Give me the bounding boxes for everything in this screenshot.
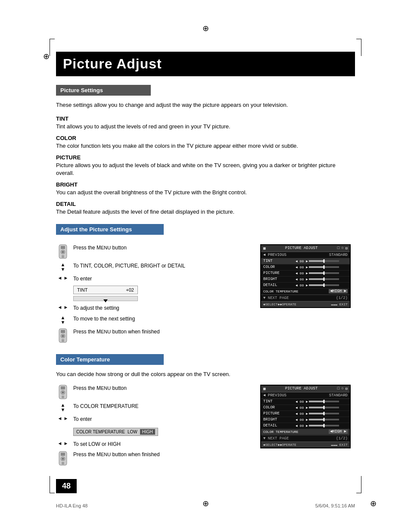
picture-settings-intro: These settings allow you to change and a…	[56, 101, 355, 109]
color-temp-step4-text: To set LOW or HIGH	[73, 441, 252, 448]
menu-button-icon3	[56, 385, 70, 399]
adjust-instructions-left: ⊕	[56, 244, 252, 347]
picture-settings-header-text: Picture Settings	[60, 87, 103, 93]
adjust-step5: ▲ ▼ To move to the next setting	[56, 315, 252, 325]
osd1-row-tint: TINT ◄ 00 ►	[261, 258, 350, 264]
osd1-bottom-left: ◆SELECT◆◆OPERATE	[263, 302, 296, 306]
footer-right: 5/6/04, 9:51:16 AM	[315, 503, 355, 508]
tint-value: +02	[126, 287, 134, 292]
osd2-bright-slider	[309, 419, 339, 420]
svg-rect-1	[61, 246, 65, 249]
osd1-picture-slider	[309, 272, 339, 274]
picture-settings-section: Picture Settings These settings allow yo…	[56, 85, 355, 216]
osd1-row-picture: PICTURE ◄ 00 ►	[261, 271, 350, 277]
adjust-header-text: Adjust the Picture Settings	[60, 226, 132, 233]
osd1-bottom-bar: ◆SELECT◆◆OPERATE ▬▬▬ EXIT	[261, 301, 350, 307]
osd1-row-color: COLOR ◄ 00 ►	[261, 264, 350, 271]
osd2-bottom-bar: ◆SELECT◆◆OPERATE ▬▬▬ EXIT	[261, 442, 350, 448]
osd2-row-tint: TINT ◄ 00 ►	[261, 399, 350, 405]
svg-point-21	[62, 458, 64, 460]
setting-tint-desc: Tint allows you to adjust the levels of …	[56, 123, 355, 131]
color-temp-display-label: COLOR TEMPERATURE	[76, 429, 125, 434]
reg-mark-left-adjust: ⊕	[43, 52, 50, 61]
osd2-color-slider	[309, 407, 339, 408]
color-temp-step4: ◄ ► To set LOW or HIGH	[56, 441, 252, 448]
color-temp-step2-text: To COLOR TEMPERATURE	[73, 403, 252, 410]
color-temp-low: LOW	[128, 429, 137, 434]
osd1-row-bright: BRIGHT ◄ 00 ►	[261, 277, 350, 283]
footer-left: HD-ILA Eng 48	[56, 503, 87, 508]
osd2-title: PICTURE ADJUST	[285, 386, 318, 391]
color-temp-step3: ◄ ► To enter	[56, 416, 252, 423]
osd1-detail-slider	[309, 284, 339, 286]
osd1-bright-slider	[309, 278, 339, 280]
adjust-step6: Press the MENU button when finished	[56, 328, 252, 343]
setting-detail-desc: The Detail feature adjusts the level of …	[56, 208, 355, 216]
color-temp-section: Color Temperature You can decide how str…	[56, 354, 355, 469]
setting-color-desc: The color function lets you make all the…	[56, 142, 355, 150]
color-temp-high: HIGH	[140, 429, 155, 435]
corner-mark-tl	[50, 39, 55, 56]
color-temp-label-box: COLOR TEMPERATURE LOW HIGH	[73, 428, 158, 436]
color-temp-step1: Press the MENU button	[56, 385, 252, 399]
osd2-bottom-right: ▬▬▬ EXIT	[331, 443, 348, 447]
color-temp-instructions-left: Press the MENU button ▲ ▼ To COLOR TEMPE…	[56, 385, 252, 470]
osd-screen-1: ▦ PICTURE ADJUST □ ○ ⊟ ◄ PREVIOUS STANDA…	[260, 244, 351, 308]
adjust-step6-text: Press the MENU button when finished	[73, 328, 252, 336]
page-container: ⊕ ⊕ ⊕ 48 HD-ILA Eng 48 5/6/04, 9:51:16 A…	[0, 0, 411, 532]
svg-rect-11	[62, 341, 64, 342]
setting-picture: PICTURE Picture allows you to adjust the…	[56, 154, 355, 177]
osd1-color-temp-label: COLOR TEMPERATURE	[263, 289, 299, 293]
color-temp-step5: Press the MENU button when finished	[56, 451, 252, 466]
leftright-arrows-icon4: ◄ ►	[56, 441, 70, 446]
osd2-picture-slider	[309, 413, 339, 414]
footer-bar: HD-ILA Eng 48 5/6/04, 9:51:16 AM	[0, 503, 411, 508]
osd1-nav-std: STANDARD	[329, 253, 348, 257]
osd1-title-icon: ▦	[263, 246, 265, 251]
osd1-header-row: ◄ PREVIOUS STANDARD	[261, 252, 350, 258]
registration-mark-top: ⊕	[202, 24, 209, 33]
osd2-color-temp-row: COLOR TEMPERATURE ◄HIGH ►	[261, 429, 350, 435]
menu-button-icon	[56, 244, 70, 259]
color-temp-step2: ▲ ▼ To COLOR TEMPERATURE	[56, 403, 252, 412]
color-temp-step3-text: To enter	[73, 416, 252, 423]
osd1-page-num: (1/2)	[336, 296, 348, 300]
color-temp-header: Color Temperature	[56, 354, 164, 365]
adjust-step3: ◄ ► To enter	[56, 275, 252, 283]
corner-mark-br	[356, 476, 361, 493]
osd2-next-page: ▼ NEXT PAGE	[263, 436, 289, 441]
adjust-step2-text: To TINT, COLOR, PICTURE, BRIGHT or DETAI…	[73, 262, 252, 270]
osd1-nav-prev: ◄ PREVIOUS	[263, 253, 286, 257]
setting-tint: TINT Tint allows you to adjust the level…	[56, 115, 355, 131]
svg-rect-23	[62, 464, 64, 464]
osd2-color-temp-val: ◄HIGH ►	[329, 429, 348, 434]
setting-bright-desc: You can adjust the overall brightness of…	[56, 189, 355, 196]
tint-slider	[73, 296, 138, 301]
page-title: Picture Adjust	[63, 56, 348, 72]
osd-screen-2: ▦ PICTURE ADJUST □ ○ ⊟ ◄ PREVIOUS STANDA…	[260, 385, 351, 448]
osd2-icons: □ ○ ⊟	[337, 386, 348, 391]
osd1-title: PICTURE ADJUST	[285, 246, 318, 250]
osd1-title-bar: ▦ PICTURE ADJUST □ ○ ⊟	[261, 245, 350, 252]
color-temp-display-area: COLOR TEMPERATURE LOW HIGH	[73, 426, 252, 437]
leftright-arrows-icon2: ◄ ►	[56, 305, 70, 310]
osd1-next-page: ▼ NEXT PAGE	[263, 296, 289, 300]
svg-rect-17	[62, 397, 64, 398]
adjust-step2: ▲ ▼ To TINT, COLOR, PICTURE, BRIGHT or D…	[56, 262, 252, 272]
setting-picture-desc: Picture allows you to adjust the levels …	[56, 162, 355, 177]
setting-detail: DETAIL The Detail feature adjusts the le…	[56, 201, 355, 216]
osd-screen-2-container: ▦ PICTURE ADJUST □ ○ ⊟ ◄ PREVIOUS STANDA…	[260, 385, 355, 470]
page-title-bar: Picture Adjust	[56, 52, 355, 76]
color-temp-header-text: Color Temperature	[60, 356, 110, 363]
adjust-step5-text: To move to the next setting	[73, 315, 252, 323]
osd1-tint-slider	[309, 260, 339, 262]
tint-slider-marker	[103, 299, 108, 302]
menu-button-icon2	[56, 328, 70, 343]
content-area: Picture Adjust Picture Settings These se…	[56, 52, 355, 489]
adjust-step1-text: Press the MENU button	[73, 244, 252, 252]
osd2-row-color: COLOR ◄ 00 ►	[261, 405, 350, 411]
picture-settings-header: Picture Settings	[56, 85, 151, 96]
osd1-bottom-right: ▬▬▬ EXIT	[331, 302, 348, 306]
svg-rect-10	[62, 339, 64, 340]
svg-rect-7	[61, 330, 65, 333]
